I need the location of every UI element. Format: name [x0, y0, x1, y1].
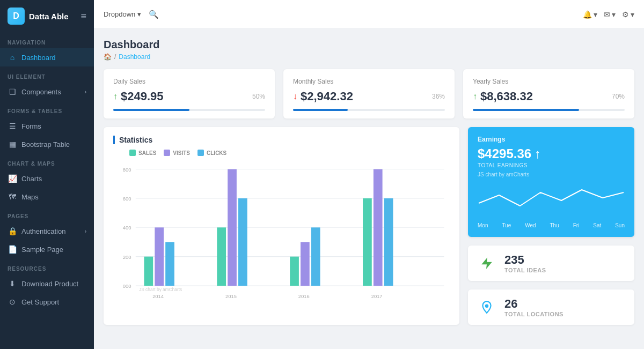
sidebar-item-label: Components — [21, 88, 61, 96]
legend-clicks: CLICKS — [197, 150, 226, 156]
monthly-sales-label: Monthly Sales — [293, 78, 445, 85]
ideas-icon — [477, 253, 497, 273]
arrow-up-icon: ↑ — [473, 92, 477, 101]
day-thu: Thu — [550, 222, 559, 228]
main-content: Dropdown ▾ 🔍 🔔 ▾ ✉ ▾ ⚙ ▾ Dashboard 🏠 / D… — [94, 0, 644, 349]
monthly-sales-progress-fill — [293, 109, 348, 111]
sidebar-item-label: Charts — [21, 175, 42, 183]
ideas-label: TOTAL IDEAS — [504, 267, 546, 273]
sidebar-item-maps[interactable]: 🗺 Maps — [0, 188, 94, 206]
bottom-row: Statistics SALES VISITS CLICKS — [104, 127, 634, 325]
sidebar-item-authentication[interactable]: 🔒 Authentication › — [0, 222, 94, 240]
gear-chevron: ▾ — [631, 10, 634, 19]
day-tue: Tue — [502, 222, 511, 228]
sidebar-item-bootstrap-table[interactable]: ▦ Bootstrap Table — [0, 135, 94, 153]
statistics-card: Statistics SALES VISITS CLICKS — [104, 127, 459, 325]
statistics-chart: 800 600 400 200 000 JS chart by amCharts — [113, 161, 450, 311]
monthly-sales-card: Monthly Sales ↓ $2,942.32 36% — [283, 69, 455, 118]
svg-text:800: 800 — [123, 167, 131, 173]
sidebar-item-label: Authentication — [21, 227, 65, 235]
daily-sales-progress-bg — [113, 109, 265, 111]
legend-label-clicks: CLICKS — [207, 150, 226, 156]
legend-dot-sales — [129, 150, 136, 156]
charts-icon: 📈 — [8, 174, 17, 183]
page-icon: 📄 — [8, 245, 17, 254]
earnings-days: Mon Tue Wed Thu Fri Sat Sun — [478, 222, 625, 228]
resources-section-label: RESOURCES — [0, 258, 94, 274]
breadcrumb: 🏠 / Dashboard — [104, 53, 634, 61]
chevron-right-icon: › — [85, 89, 86, 95]
yearly-sales-progress-bg — [473, 109, 625, 111]
locations-value: 26 — [504, 297, 564, 311]
yearly-sales-progress-fill — [473, 109, 579, 111]
sidebar-item-charts[interactable]: 📈 Charts — [0, 169, 94, 188]
search-icon[interactable]: 🔍 — [149, 10, 159, 19]
ideas-value: 235 — [504, 253, 546, 267]
table-icon: ▦ — [8, 140, 17, 148]
legend-label-sales: SALES — [138, 150, 156, 156]
breadcrumb-separator: / — [114, 53, 116, 61]
svg-rect-15 — [228, 169, 237, 286]
day-mon: Mon — [478, 222, 488, 228]
statistics-header: Statistics — [113, 136, 450, 144]
support-icon: ⊙ — [8, 298, 17, 306]
daily-sales-percent: 50% — [252, 93, 265, 100]
sidebar-brand: D Datta Able ≡ — [0, 0, 94, 32]
arrow-up-icon: ↑ — [113, 92, 118, 101]
mail-button[interactable]: ✉ ▾ — [604, 10, 616, 19]
pages-section-label: PAGES — [0, 206, 94, 222]
svg-rect-11 — [144, 257, 153, 286]
topbar-right: 🔔 ▾ ✉ ▾ ⚙ ▾ — [583, 10, 634, 19]
location-icon — [477, 297, 497, 317]
mail-icon: ✉ — [604, 10, 610, 19]
sidebar-item-components[interactable]: ❑ Components › — [0, 83, 94, 101]
earnings-label: Earnings — [478, 136, 625, 143]
earnings-card: Earnings $4295.36 ↑ TOTAL EARNINGS JS ch… — [468, 127, 634, 237]
mail-chevron: ▾ — [612, 10, 616, 19]
sidebar-item-label: Dashboard — [21, 54, 56, 62]
right-panel: Earnings $4295.36 ↑ TOTAL EARNINGS JS ch… — [468, 127, 634, 325]
monthly-sales-percent: 36% — [432, 93, 445, 100]
svg-text:JS chart by amCharts: JS chart by amCharts — [139, 287, 182, 292]
sidebar-item-forms[interactable]: ☰ Forms — [0, 117, 94, 135]
menu-toggle-icon[interactable]: ≡ — [80, 11, 86, 22]
settings-button[interactable]: ⚙ ▾ — [622, 10, 634, 19]
legend-label-visits: VISITS — [173, 150, 190, 156]
gear-icon: ⚙ — [622, 10, 629, 19]
home-icon: ⌂ — [8, 53, 17, 62]
yearly-sales-value: ↑ $8,638.32 — [473, 90, 533, 103]
daily-sales-card: Daily Sales ↑ $249.95 50% — [104, 69, 275, 118]
monthly-sales-progress-bg — [293, 109, 445, 111]
svg-text:2014: 2014 — [152, 293, 164, 299]
sidebar-item-label: Forms — [21, 122, 41, 130]
topbar-dropdown[interactable]: Dropdown ▾ — [104, 10, 141, 18]
earnings-amcharts-label: JS chart by amCharts — [478, 172, 625, 177]
svg-rect-21 — [374, 169, 383, 286]
sidebar-item-label: Maps — [21, 193, 39, 201]
breadcrumb-home-icon: 🏠 — [104, 53, 112, 61]
monthly-sales-value: ↓ $2,942.32 — [293, 90, 353, 103]
arrow-down-icon: ↓ — [293, 92, 297, 101]
svg-text:2016: 2016 — [298, 293, 310, 299]
earnings-sub-label: TOTAL EARNINGS — [478, 162, 625, 168]
svg-rect-20 — [363, 198, 372, 286]
sidebar-item-dashboard[interactable]: ⌂ Dashboard — [0, 48, 94, 66]
daily-sales-value-row: ↑ $249.95 50% — [113, 90, 265, 103]
day-sun: Sun — [615, 222, 625, 228]
daily-sales-value: ↑ $249.95 — [113, 90, 164, 103]
legend-dot-visits — [164, 150, 170, 156]
locations-label: TOTAL LOCATIONS — [504, 311, 564, 317]
forms-icon: ☰ — [8, 122, 17, 130]
chevron-right-icon: › — [85, 228, 86, 234]
svg-rect-14 — [217, 227, 226, 286]
locations-info: 26 TOTAL LOCATIONS — [504, 297, 564, 317]
sidebar-item-support[interactable]: ⊙ Get Support — [0, 293, 94, 311]
maps-icon: 🗺 — [8, 192, 17, 201]
sidebar-item-download[interactable]: ⬇ Download Product — [0, 274, 94, 293]
legend-dot-clicks — [197, 150, 204, 156]
sidebar-item-sample-page[interactable]: 📄 Sample Page — [0, 240, 94, 258]
bell-button[interactable]: 🔔 ▾ — [583, 10, 597, 19]
download-icon: ⬇ — [8, 279, 17, 288]
dropdown-chevron-icon: ▾ — [137, 10, 141, 18]
chart-legend: SALES VISITS CLICKS — [129, 150, 450, 156]
